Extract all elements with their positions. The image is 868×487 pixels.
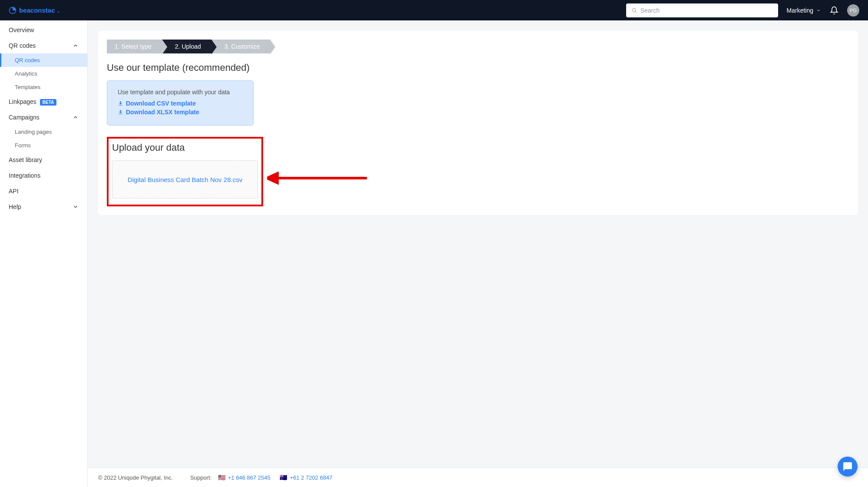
step-customize[interactable]: 3. Customize — [211, 40, 271, 53]
download-xlsx-link[interactable]: Download XLSX template — [118, 109, 243, 116]
search-icon — [631, 7, 637, 13]
upload-dropzone[interactable]: Digital Business Card Batch Nov 28.csv — [112, 160, 258, 199]
svg-line-2 — [635, 11, 636, 12]
search-box[interactable] — [626, 3, 778, 17]
sidebar-item-help[interactable]: Help — [0, 199, 87, 215]
chevron-up-icon — [73, 114, 79, 120]
app-header: beaconstac. Marketing PG — [0, 0, 868, 20]
sidebar: Overview QR codes QR codes Analytics Tem… — [0, 20, 88, 487]
sidebar-subitem-templates[interactable]: Templates — [0, 80, 87, 94]
beta-badge: BETA — [40, 99, 56, 106]
chevron-up-icon — [73, 43, 79, 49]
chevron-down-icon — [816, 8, 821, 13]
footer: © 2022 Uniqode Phygital, Inc. Support: 🇺… — [88, 467, 868, 487]
main-content: 1. Select type 2. Upload 3. Customize Us… — [88, 20, 868, 487]
sidebar-item-overview[interactable]: Overview — [0, 22, 87, 38]
brand-logo[interactable]: beaconstac. — [9, 7, 59, 14]
support-phone-us[interactable]: 🇺🇸+1 646 867 2545 — [218, 474, 271, 481]
sidebar-item-assetlibrary[interactable]: Asset library — [0, 152, 87, 168]
chevron-down-icon — [73, 204, 79, 210]
step-select-type[interactable]: 1. Select type — [107, 40, 162, 53]
uploaded-filename: Digital Business Card Batch Nov 28.csv — [128, 176, 242, 183]
template-section-title: Use our template (recommended) — [107, 62, 849, 73]
template-desc: Use template and populate with your data — [118, 89, 243, 96]
org-dropdown-label: Marketing — [787, 7, 813, 14]
footer-copyright: © 2022 Uniqode Phygital, Inc. — [98, 474, 173, 481]
footer-support-label: Support: — [190, 474, 211, 481]
svg-marker-4 — [267, 173, 277, 183]
download-icon — [118, 109, 123, 115]
sidebar-subitem-forms[interactable]: Forms — [0, 139, 87, 152]
avatar[interactable]: PG — [847, 4, 859, 17]
stepper: 1. Select type 2. Upload 3. Customize — [107, 40, 849, 53]
chat-widget-button[interactable] — [838, 457, 858, 477]
download-icon — [118, 101, 123, 106]
org-dropdown[interactable]: Marketing — [787, 7, 821, 14]
flag-us-icon: 🇺🇸 — [218, 474, 225, 481]
brand-text: beaconstac — [19, 7, 55, 14]
download-csv-link[interactable]: Download CSV template — [118, 100, 243, 107]
upload-section-title: Upload your data — [112, 142, 258, 153]
chat-icon — [842, 461, 853, 472]
support-phone-au[interactable]: 🇦🇺+61 2 7202 6847 — [280, 474, 332, 481]
sidebar-item-integrations[interactable]: Integrations — [0, 168, 87, 183]
upload-section-highlight: Upload your data Digital Business Card B… — [107, 137, 263, 206]
step-upload[interactable]: 2. Upload — [162, 40, 211, 53]
sidebar-subitem-landing[interactable]: Landing pages — [0, 125, 87, 139]
logo-icon — [9, 7, 17, 14]
sidebar-item-campaigns[interactable]: Campaigns — [0, 109, 87, 125]
search-input[interactable] — [640, 7, 773, 14]
sidebar-subitem-qrcodes[interactable]: QR codes — [0, 53, 87, 67]
flag-au-icon: 🇦🇺 — [280, 474, 287, 481]
sidebar-subitem-analytics[interactable]: Analytics — [0, 67, 87, 80]
sidebar-item-api[interactable]: API — [0, 183, 87, 199]
sidebar-item-qrcodes[interactable]: QR codes — [0, 38, 87, 53]
notifications-icon[interactable] — [830, 6, 838, 15]
template-box: Use template and populate with your data… — [107, 80, 254, 126]
arrow-annotation-icon — [267, 172, 367, 185]
sidebar-item-linkpages[interactable]: LinkpagesBETA — [0, 94, 87, 109]
svg-point-1 — [632, 8, 636, 12]
